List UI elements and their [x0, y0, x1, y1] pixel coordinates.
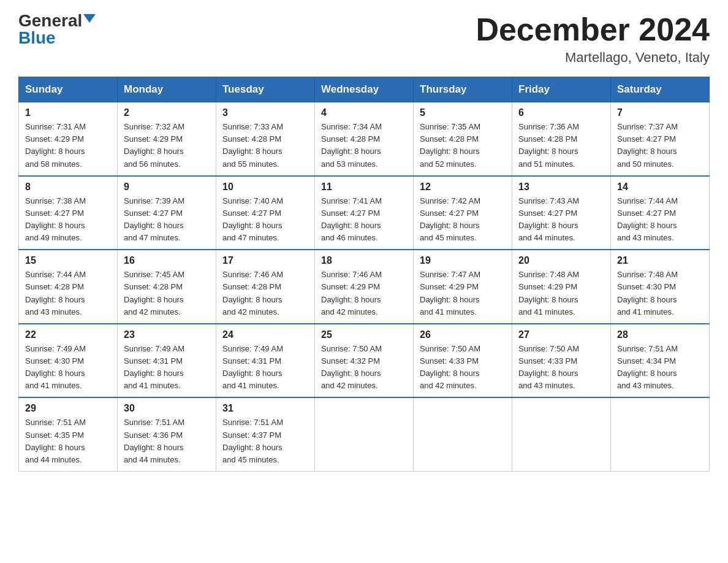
- day-info: Sunrise: 7:34 AM Sunset: 4:28 PM Dayligh…: [321, 121, 407, 170]
- header: General Blue December 2024 Martellago, V…: [18, 12, 710, 66]
- calendar-cell: 16Sunrise: 7:45 AM Sunset: 4:28 PM Dayli…: [118, 250, 216, 324]
- day-number: 7: [617, 107, 703, 118]
- day-info: Sunrise: 7:36 AM Sunset: 4:28 PM Dayligh…: [518, 121, 604, 170]
- calendar-cell: 26Sunrise: 7:50 AM Sunset: 4:33 PM Dayli…: [414, 324, 512, 398]
- day-info: Sunrise: 7:48 AM Sunset: 4:29 PM Dayligh…: [518, 269, 604, 318]
- weekday-header-saturday: Saturday: [611, 77, 710, 102]
- calendar-cell: [414, 397, 512, 471]
- day-number: 17: [222, 255, 308, 266]
- day-number: 14: [617, 182, 703, 193]
- day-number: 11: [321, 182, 407, 193]
- day-number: 20: [518, 255, 604, 266]
- day-number: 12: [420, 182, 506, 193]
- calendar-cell: 19Sunrise: 7:47 AM Sunset: 4:29 PM Dayli…: [414, 250, 512, 324]
- logo-triangle-icon: [83, 14, 96, 23]
- day-info: Sunrise: 7:41 AM Sunset: 4:27 PM Dayligh…: [321, 195, 407, 245]
- day-number: 27: [518, 329, 604, 340]
- day-info: Sunrise: 7:44 AM Sunset: 4:28 PM Dayligh…: [25, 269, 111, 318]
- calendar-cell: 12Sunrise: 7:42 AM Sunset: 4:27 PM Dayli…: [414, 176, 512, 250]
- logo-blue: Blue: [18, 29, 56, 47]
- calendar-cell: 15Sunrise: 7:44 AM Sunset: 4:28 PM Dayli…: [19, 250, 118, 324]
- day-info: Sunrise: 7:51 AM Sunset: 4:37 PM Dayligh…: [222, 416, 308, 466]
- day-info: Sunrise: 7:49 AM Sunset: 4:31 PM Dayligh…: [124, 343, 210, 393]
- calendar-cell: 30Sunrise: 7:51 AM Sunset: 4:36 PM Dayli…: [118, 397, 216, 471]
- day-info: Sunrise: 7:46 AM Sunset: 4:28 PM Dayligh…: [222, 269, 308, 318]
- calendar-cell: 20Sunrise: 7:48 AM Sunset: 4:29 PM Dayli…: [512, 250, 611, 324]
- day-info: Sunrise: 7:49 AM Sunset: 4:30 PM Dayligh…: [25, 343, 111, 393]
- day-info: Sunrise: 7:43 AM Sunset: 4:27 PM Dayligh…: [518, 195, 604, 245]
- calendar-week-row: 29Sunrise: 7:51 AM Sunset: 4:35 PM Dayli…: [19, 397, 710, 471]
- calendar-cell: 3Sunrise: 7:33 AM Sunset: 4:28 PM Daylig…: [216, 102, 315, 176]
- day-number: 19: [420, 255, 506, 266]
- calendar-cell: 13Sunrise: 7:43 AM Sunset: 4:27 PM Dayli…: [512, 176, 611, 250]
- day-number: 28: [617, 329, 703, 340]
- day-info: Sunrise: 7:40 AM Sunset: 4:27 PM Dayligh…: [222, 195, 308, 245]
- day-number: 13: [518, 182, 604, 193]
- calendar-cell: 18Sunrise: 7:46 AM Sunset: 4:29 PM Dayli…: [315, 250, 414, 324]
- day-info: Sunrise: 7:51 AM Sunset: 4:35 PM Dayligh…: [25, 416, 111, 466]
- calendar-cell: 9Sunrise: 7:39 AM Sunset: 4:27 PM Daylig…: [118, 176, 216, 250]
- day-number: 29: [25, 403, 111, 414]
- day-info: Sunrise: 7:50 AM Sunset: 4:33 PM Dayligh…: [420, 343, 506, 393]
- calendar-cell: 23Sunrise: 7:49 AM Sunset: 4:31 PM Dayli…: [118, 324, 216, 398]
- day-number: 5: [420, 107, 506, 118]
- day-number: 18: [321, 255, 407, 266]
- calendar-week-row: 1Sunrise: 7:31 AM Sunset: 4:29 PM Daylig…: [19, 102, 710, 176]
- day-number: 16: [124, 255, 210, 266]
- calendar-cell: 11Sunrise: 7:41 AM Sunset: 4:27 PM Dayli…: [315, 176, 414, 250]
- day-number: 10: [222, 182, 308, 193]
- calendar-week-row: 8Sunrise: 7:38 AM Sunset: 4:27 PM Daylig…: [19, 176, 710, 250]
- day-number: 30: [124, 403, 210, 414]
- calendar-cell: 5Sunrise: 7:35 AM Sunset: 4:28 PM Daylig…: [414, 102, 512, 176]
- day-number: 9: [124, 182, 210, 193]
- weekday-header-sunday: Sunday: [19, 77, 118, 102]
- calendar-cell: [611, 397, 710, 471]
- calendar-cell: 1Sunrise: 7:31 AM Sunset: 4:29 PM Daylig…: [19, 102, 118, 176]
- day-number: 24: [222, 329, 308, 340]
- logo: General Blue: [18, 12, 96, 47]
- calendar-cell: 28Sunrise: 7:51 AM Sunset: 4:34 PM Dayli…: [611, 324, 710, 398]
- day-info: Sunrise: 7:49 AM Sunset: 4:31 PM Dayligh…: [222, 343, 308, 393]
- day-info: Sunrise: 7:37 AM Sunset: 4:27 PM Dayligh…: [617, 121, 703, 170]
- calendar-cell: 4Sunrise: 7:34 AM Sunset: 4:28 PM Daylig…: [315, 102, 414, 176]
- day-info: Sunrise: 7:44 AM Sunset: 4:27 PM Dayligh…: [617, 195, 703, 245]
- weekday-header-friday: Friday: [512, 77, 611, 102]
- day-number: 2: [124, 107, 210, 118]
- day-number: 21: [617, 255, 703, 266]
- calendar-cell: 8Sunrise: 7:38 AM Sunset: 4:27 PM Daylig…: [19, 176, 118, 250]
- day-info: Sunrise: 7:51 AM Sunset: 4:34 PM Dayligh…: [617, 343, 703, 393]
- month-title: December 2024: [476, 12, 710, 47]
- calendar-cell: 31Sunrise: 7:51 AM Sunset: 4:37 PM Dayli…: [216, 397, 315, 471]
- day-number: 31: [222, 403, 308, 414]
- calendar-week-row: 22Sunrise: 7:49 AM Sunset: 4:30 PM Dayli…: [19, 324, 710, 398]
- day-info: Sunrise: 7:48 AM Sunset: 4:30 PM Dayligh…: [617, 269, 703, 318]
- calendar-cell: 17Sunrise: 7:46 AM Sunset: 4:28 PM Dayli…: [216, 250, 315, 324]
- day-number: 3: [222, 107, 308, 118]
- calendar-cell: 2Sunrise: 7:32 AM Sunset: 4:29 PM Daylig…: [118, 102, 216, 176]
- day-info: Sunrise: 7:32 AM Sunset: 4:29 PM Dayligh…: [124, 121, 210, 170]
- calendar-cell: [512, 397, 611, 471]
- day-info: Sunrise: 7:38 AM Sunset: 4:27 PM Dayligh…: [25, 195, 111, 245]
- day-number: 22: [25, 329, 111, 340]
- day-info: Sunrise: 7:42 AM Sunset: 4:27 PM Dayligh…: [420, 195, 506, 245]
- day-number: 4: [321, 107, 407, 118]
- day-number: 23: [124, 329, 210, 340]
- calendar-cell: 27Sunrise: 7:50 AM Sunset: 4:33 PM Dayli…: [512, 324, 611, 398]
- day-number: 25: [321, 329, 407, 340]
- day-info: Sunrise: 7:31 AM Sunset: 4:29 PM Dayligh…: [25, 121, 111, 170]
- day-number: 1: [25, 107, 111, 118]
- location-title: Martellago, Veneto, Italy: [476, 50, 710, 66]
- weekday-header-wednesday: Wednesday: [315, 77, 414, 102]
- day-info: Sunrise: 7:45 AM Sunset: 4:28 PM Dayligh…: [124, 269, 210, 318]
- day-info: Sunrise: 7:51 AM Sunset: 4:36 PM Dayligh…: [124, 416, 210, 466]
- calendar-cell: 10Sunrise: 7:40 AM Sunset: 4:27 PM Dayli…: [216, 176, 315, 250]
- calendar-table: SundayMondayTuesdayWednesdayThursdayFrid…: [18, 77, 710, 472]
- day-number: 15: [25, 255, 111, 266]
- calendar-cell: 25Sunrise: 7:50 AM Sunset: 4:32 PM Dayli…: [315, 324, 414, 398]
- calendar-cell: 24Sunrise: 7:49 AM Sunset: 4:31 PM Dayli…: [216, 324, 315, 398]
- day-info: Sunrise: 7:50 AM Sunset: 4:33 PM Dayligh…: [518, 343, 604, 393]
- calendar-cell: 7Sunrise: 7:37 AM Sunset: 4:27 PM Daylig…: [611, 102, 710, 176]
- calendar-cell: 29Sunrise: 7:51 AM Sunset: 4:35 PM Dayli…: [19, 397, 118, 471]
- weekday-header-tuesday: Tuesday: [216, 77, 315, 102]
- weekday-header-thursday: Thursday: [414, 77, 512, 102]
